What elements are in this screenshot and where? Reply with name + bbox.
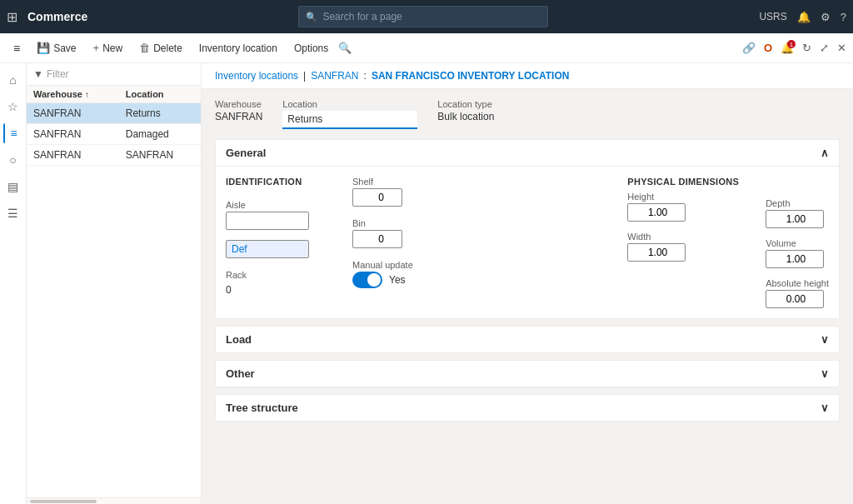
list-icon-btn[interactable]: ☰ — [3, 203, 23, 223]
general-section-content: IDENTIFICATION Aisle Rack — [216, 166, 839, 318]
general-section-header[interactable]: General ∧ — [216, 140, 839, 166]
load-section: Load ∨ — [215, 326, 840, 353]
identification-label: IDENTIFICATION — [226, 177, 326, 187]
aisle-input[interactable] — [226, 212, 309, 230]
hamburger-button[interactable]: ≡ — [7, 38, 27, 58]
location-input[interactable] — [282, 111, 417, 129]
load-section-title: Load — [226, 333, 252, 346]
phys-left-fields: Height Width — [627, 192, 739, 262]
phys-right-fields: Depth Volume Absolute height — [766, 198, 829, 308]
location-column-header[interactable]: Location — [119, 86, 201, 103]
inventory-location-button[interactable]: Inventory location — [192, 39, 284, 57]
link-icon[interactable]: 🔗 — [742, 42, 756, 54]
def-field — [226, 240, 326, 258]
identification-group: IDENTIFICATION Aisle Rack — [226, 177, 326, 298]
location-field-group: Location — [282, 99, 417, 129]
location-cell: Damaged — [119, 124, 201, 145]
height-field: Height — [627, 192, 739, 222]
command-bar: ≡ 💾 Save + New 🗑 Delete Inventory locati… — [0, 33, 853, 63]
location-cell: Returns — [119, 103, 201, 124]
shelf-input[interactable] — [352, 188, 402, 207]
height-label: Height — [627, 192, 739, 202]
main-layout: ⌂ ☆ ≡ ○ ▤ ☰ ▼ Warehouse Location SANFRAN… — [0, 63, 853, 504]
breadcrumb-company[interactable]: SANFRAN — [311, 70, 358, 82]
other-section: Other ∨ — [215, 360, 840, 387]
bin-input[interactable] — [352, 230, 402, 248]
recent-icon-btn[interactable]: ≡ — [3, 123, 23, 143]
filter-icon: ▼ — [33, 68, 43, 80]
aisle-field: Aisle — [226, 200, 326, 230]
delete-button[interactable]: 🗑 Delete — [132, 38, 189, 57]
absolute-height-label: Absolute height — [766, 278, 829, 288]
header-field-row: Warehouse SANFRAN Location Location type… — [215, 99, 840, 129]
rack-value: 0 — [226, 282, 326, 298]
def-input[interactable] — [226, 240, 309, 258]
manual-update-yes-label: Yes — [389, 274, 406, 286]
physical-dimensions-label: PHYSICAL DIMENSIONS — [627, 177, 739, 187]
other-chevron-icon: ∨ — [821, 367, 829, 380]
new-icon: + — [93, 42, 100, 54]
rack-field: Rack 0 — [226, 270, 326, 298]
chart-icon-btn[interactable]: ▤ — [3, 177, 23, 197]
horizontal-scrollbar[interactable] — [27, 497, 201, 504]
depth-input[interactable] — [766, 210, 824, 228]
search-bar: 🔍 — [298, 6, 548, 27]
hamburger-icon: ≡ — [13, 42, 20, 55]
warehouse-column-header[interactable]: Warehouse — [27, 86, 119, 103]
manual-update-toggle-container: Yes — [352, 272, 436, 288]
phys-right-spacer — [766, 177, 829, 193]
popout-icon[interactable]: ⤢ — [820, 42, 829, 54]
filter-input[interactable] — [47, 68, 194, 80]
header-fields-area: Warehouse SANFRAN Location Location type… — [202, 89, 853, 438]
table-row[interactable]: SANFRANSANFRAN — [27, 145, 201, 166]
favorites-icon-btn[interactable]: ☆ — [3, 97, 23, 117]
general-chevron-icon: ∧ — [821, 147, 829, 159]
breadcrumb-colon: : — [364, 70, 367, 82]
close-icon[interactable]: ✕ — [837, 42, 846, 54]
shelf-bin-group: Shelf Bin Manual update — [352, 177, 436, 288]
notification-badge[interactable]: 🔔1 — [781, 42, 794, 54]
list-scroll[interactable]: Warehouse Location SANFRANReturnsSANFRAN… — [27, 86, 201, 497]
warehouse-cell: SANFRAN — [27, 145, 119, 166]
detail-panel: Inventory locations | SANFRAN : SAN FRAN… — [202, 63, 853, 504]
options-button[interactable]: Options — [287, 39, 335, 57]
load-section-header[interactable]: Load ∨ — [216, 327, 839, 352]
bin-field: Bin — [352, 218, 436, 248]
table-row[interactable]: SANFRANReturns — [27, 103, 201, 124]
home-icon-btn[interactable]: ⌂ — [3, 70, 23, 90]
general-section-title: General — [226, 147, 266, 159]
other-section-header[interactable]: Other ∨ — [216, 361, 839, 387]
breadcrumb: Inventory locations | SANFRAN : SAN FRAN… — [202, 63, 853, 89]
height-input[interactable] — [627, 203, 686, 222]
search-icon: 🔍 — [306, 12, 317, 22]
clock-icon-btn[interactable]: ○ — [3, 150, 23, 170]
top-right-icons: USRS 🔔 ⚙ ? — [759, 11, 846, 23]
volume-input[interactable] — [766, 250, 824, 268]
location-type-label: Location type — [437, 99, 494, 109]
gear-icon[interactable]: ⚙ — [821, 11, 831, 23]
command-search-icon[interactable]: 🔍 — [338, 42, 352, 54]
office-icon[interactable]: O — [764, 42, 772, 54]
depth-field: Depth — [766, 198, 829, 228]
app-grid-icon[interactable]: ⊞ — [7, 9, 17, 25]
table-row[interactable]: SANFRANDamaged — [27, 124, 201, 145]
warehouse-field-group: Warehouse SANFRAN — [215, 99, 262, 122]
list-panel: ▼ Warehouse Location SANFRANReturnsSANFR… — [27, 63, 202, 504]
volume-field: Volume — [766, 238, 829, 268]
manual-update-toggle[interactable] — [352, 272, 382, 288]
phys-right-col: Depth Volume Absolute height — [766, 177, 829, 308]
absolute-height-input[interactable] — [766, 290, 824, 308]
width-input[interactable] — [627, 243, 686, 262]
help-icon[interactable]: ? — [841, 11, 846, 23]
search-input[interactable] — [322, 11, 541, 22]
bell-icon[interactable]: 🔔 — [797, 11, 811, 23]
new-button[interactable]: + New — [87, 38, 130, 57]
shelf-field: Shelf — [352, 177, 436, 207]
breadcrumb-parent-link[interactable]: Inventory locations — [215, 70, 298, 82]
refresh-icon[interactable]: ↻ — [802, 42, 811, 54]
tree-structure-section-header[interactable]: Tree structure ∨ — [216, 395, 839, 421]
physical-dimensions-group: PHYSICAL DIMENSIONS Height Width — [627, 177, 829, 308]
tree-structure-chevron-icon: ∨ — [821, 402, 829, 414]
shelf-label: Shelf — [352, 177, 436, 187]
save-button[interactable]: 💾 Save — [30, 38, 82, 57]
